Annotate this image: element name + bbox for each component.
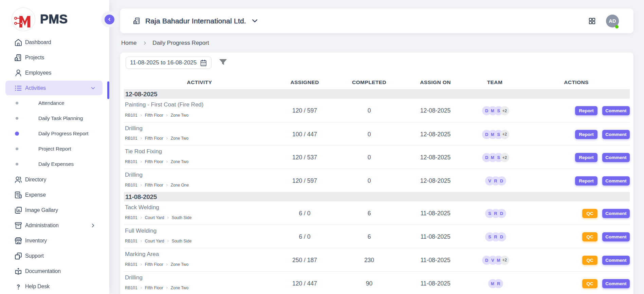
- sidebar-item-employees[interactable]: Employees: [5, 65, 103, 80]
- report-button[interactable]: Report: [575, 153, 597, 162]
- completed-cell: 0: [334, 122, 404, 145]
- actions-cell: QCComment: [523, 201, 630, 225]
- col-assigned: ASSIGNED: [275, 79, 334, 87]
- qc-button[interactable]: QC: [582, 209, 597, 218]
- activity-location: RB101Fifth FloorZone Two: [125, 262, 188, 267]
- apps-grid-icon[interactable]: [588, 17, 596, 25]
- activity-title: Marking Area: [125, 251, 159, 258]
- sidebar-item-label: Activities: [25, 85, 46, 91]
- location-segment: Court Yard: [145, 215, 164, 220]
- report-button[interactable]: Report: [575, 176, 597, 185]
- comment-button[interactable]: Comment: [602, 106, 630, 115]
- sidebar-item-activities[interactable]: Activities: [5, 81, 103, 95]
- location-segment: Zone Two: [171, 136, 188, 141]
- location-segment: Fifth Floor: [145, 262, 163, 267]
- chevron-right-icon: [140, 183, 143, 187]
- location-segment: RB101: [125, 113, 137, 118]
- location-segment: Zone Two: [171, 286, 188, 290]
- actions-cell: QCComment: [523, 225, 630, 248]
- assign-on-cell: 11-08-2025: [404, 272, 467, 294]
- sidebar-subitem-project-report[interactable]: Project Report: [0, 141, 104, 156]
- sidebar-item-documentation[interactable]: Documentation: [5, 264, 103, 278]
- date-range-input[interactable]: 11-08-2025 to 16-08-2025: [126, 57, 211, 69]
- comment-button[interactable]: Comment: [602, 209, 630, 218]
- chevron-right-icon: [140, 239, 143, 243]
- table-row: Full WeldingRB101Court YardSouth Side6 /…: [124, 224, 630, 248]
- sidebar-subitem-daily-progress-report[interactable]: Daily Progress Report: [0, 126, 104, 141]
- location-segment: RB101: [125, 183, 137, 188]
- activity-cell: DrillingRB101Fifth FloorZone Two: [124, 272, 275, 294]
- chevron-right-icon: [165, 183, 169, 187]
- date-group-header: 11-08-2025: [124, 192, 630, 201]
- activity-location: RB101Court YardSouth Side: [125, 239, 191, 243]
- team-more-badge: +2: [500, 106, 509, 115]
- group-date: 11-08-2025: [125, 193, 157, 201]
- qc-button[interactable]: QC: [582, 256, 597, 265]
- completed-cell: 230: [334, 248, 404, 271]
- team-cell: DMS+2: [467, 99, 523, 122]
- sidebar-item-support[interactable]: Support: [5, 249, 103, 263]
- date-range-value: 11-08-2025 to 16-08-2025: [130, 59, 197, 66]
- chevron-right-icon: [140, 160, 143, 163]
- sidebar-item-dashboard[interactable]: Dashboard: [5, 35, 103, 50]
- company-selector[interactable]: Raja Bahadur International Ltd.: [133, 17, 259, 25]
- location-segment: RB101: [125, 239, 137, 243]
- sidebar-subitem-attendance[interactable]: Attendance: [0, 95, 104, 111]
- sidebar-item-inventory[interactable]: Inventory: [5, 233, 103, 248]
- location-segment: Zone Two: [171, 113, 188, 118]
- table-header: ACTIVITY ASSIGNED COMPLETED ASSIGN ON TE…: [124, 77, 630, 89]
- sidebar-item-image-gallary[interactable]: Image Gallary: [5, 203, 103, 217]
- question-icon: [14, 282, 22, 291]
- team-member-avatar: R: [494, 279, 503, 288]
- report-button[interactable]: Report: [575, 106, 597, 115]
- copy-icon: [14, 252, 22, 260]
- comment-button[interactable]: Comment: [602, 279, 630, 288]
- sidebar-item-administration[interactable]: Administration: [5, 218, 103, 233]
- comment-button[interactable]: Comment: [602, 256, 630, 265]
- team-more-badge: +2: [500, 153, 509, 162]
- qc-button[interactable]: QC: [582, 232, 597, 241]
- table-row: Tack WeldingRB101Court YardSouth Side6 /…: [124, 201, 630, 225]
- completed-cell: 90: [334, 272, 404, 294]
- bullet-dot-icon: [16, 102, 18, 104]
- sidebar-item-directory[interactable]: Directory: [5, 172, 103, 187]
- completed-cell: 0: [334, 145, 404, 169]
- breadcrumb-home[interactable]: Home: [121, 40, 136, 46]
- filter-funnel-icon[interactable]: [219, 58, 227, 66]
- sidebar-collapse-button[interactable]: [105, 15, 114, 24]
- team-cell: SRD: [467, 225, 523, 248]
- book-reader-icon: [14, 267, 22, 275]
- completed-cell: 6: [334, 201, 404, 225]
- location-segment: RB101: [125, 136, 137, 141]
- comment-button[interactable]: Comment: [602, 153, 630, 162]
- comment-button[interactable]: Comment: [602, 232, 630, 241]
- date-group-header: 12-08-2025: [124, 89, 630, 99]
- user-avatar[interactable]: AD: [606, 15, 619, 27]
- team-more-badge: +2: [500, 130, 509, 139]
- brand: PMS: [0, 0, 109, 31]
- brand-logo: [12, 7, 35, 31]
- team-cell: VRD: [467, 169, 523, 192]
- sidebar-subitem-daily-expenses[interactable]: Daily Expenses: [0, 156, 104, 172]
- sidebar-item-help-desk[interactable]: Help Desk: [5, 279, 103, 294]
- qc-button[interactable]: QC: [582, 279, 597, 288]
- assign-on-cell: 12-08-2025: [404, 122, 467, 145]
- comment-button[interactable]: Comment: [602, 130, 630, 139]
- assigned-cell: 100 / 447: [275, 122, 334, 145]
- sidebar-subitem-daily-task-planning[interactable]: Daily Task Planning: [0, 111, 104, 126]
- sidebar-item-projects[interactable]: Projects: [5, 50, 103, 65]
- sidebar-item-expense[interactable]: Expense: [5, 188, 103, 202]
- team-member-avatar: D: [497, 176, 506, 185]
- comment-button[interactable]: Comment: [602, 176, 630, 185]
- table-row: Painting - First Coat (Fire Red)RB101Fif…: [124, 99, 630, 122]
- sidebar-subitem-label: Project Report: [38, 146, 71, 152]
- chevron-right-icon: [165, 286, 169, 290]
- team-cell: DVM+2: [467, 248, 523, 271]
- team-member-avatar: D: [497, 232, 506, 241]
- sidebar-item-label: Documentation: [25, 268, 61, 274]
- location-segment: RB101: [125, 215, 137, 220]
- report-button[interactable]: Report: [575, 130, 597, 139]
- completed-cell: 0: [334, 169, 404, 192]
- chevron-right-icon: [165, 263, 169, 266]
- report-card: 11-08-2025 to 16-08-2025 ACTIVITY ASSIGN…: [120, 53, 633, 294]
